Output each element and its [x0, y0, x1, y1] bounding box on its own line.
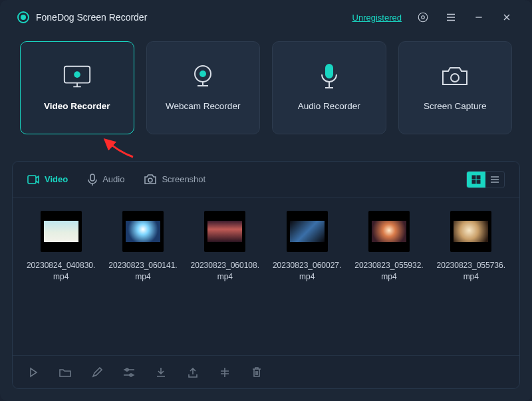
- svg-point-20: [148, 178, 152, 182]
- thumbnail: [122, 211, 164, 252]
- menu-icon[interactable]: [440, 7, 462, 28]
- svg-point-13: [200, 70, 206, 77]
- settings-sliders-button[interactable]: [122, 365, 136, 380]
- thumbnail: [450, 211, 491, 252]
- file-item[interactable]: 20230824_040830.mp4: [25, 211, 97, 351]
- play-button[interactable]: [26, 365, 41, 380]
- thumbnail: [41, 211, 82, 252]
- tab-label: Video: [45, 174, 68, 184]
- convert-button[interactable]: [217, 365, 232, 380]
- close-button[interactable]: [496, 7, 517, 28]
- registration-status-link[interactable]: Unregistered: [352, 13, 402, 23]
- file-item[interactable]: 20230823_060108.mp4: [189, 211, 261, 351]
- microphone-icon: [314, 65, 344, 88]
- mode-screen-capture[interactable]: Screen Capture: [398, 41, 513, 134]
- svg-rect-22: [477, 176, 480, 179]
- edit-button[interactable]: [90, 365, 104, 380]
- tab-label: Audio: [102, 174, 124, 184]
- svg-rect-14: [326, 65, 332, 78]
- mode-video-recorder[interactable]: Video Recorder: [20, 41, 134, 134]
- svg-point-1: [422, 16, 425, 19]
- mode-selector: Video Recorder Webcam Recorder Audio Rec…: [0, 35, 532, 137]
- mode-label: Webcam Recorder: [166, 101, 240, 111]
- webcam-icon: [188, 65, 218, 88]
- monitor-icon: [62, 65, 92, 88]
- svg-point-17: [451, 74, 459, 82]
- delete-button[interactable]: [249, 365, 264, 380]
- thumbnail: [204, 211, 245, 252]
- svg-rect-24: [477, 180, 480, 184]
- minimize-button[interactable]: [468, 7, 489, 28]
- svg-rect-18: [28, 176, 36, 184]
- svg-rect-23: [472, 180, 475, 184]
- pointer-arrow-icon: [98, 137, 136, 160]
- thumbnail: [287, 211, 328, 252]
- camera-icon: [440, 65, 470, 88]
- svg-rect-19: [90, 174, 94, 181]
- mode-audio-recorder[interactable]: Audio Recorder: [272, 41, 386, 134]
- open-folder-button[interactable]: [58, 365, 72, 380]
- tab-label: Screenshot: [162, 174, 205, 184]
- recording-history-panel: Video Audio Screenshot 20230824_040830.m…: [12, 161, 520, 389]
- app-title: FoneDog Screen Recorder: [36, 12, 147, 23]
- mode-label: Screen Capture: [424, 101, 487, 111]
- file-item[interactable]: 20230823_060027.mp4: [271, 211, 343, 351]
- view-list-button[interactable]: [485, 172, 504, 188]
- mode-label: Video Recorder: [44, 101, 110, 111]
- history-tab-screenshot[interactable]: Screenshot: [144, 174, 205, 184]
- file-item[interactable]: 20230823_055932.mp4: [352, 211, 425, 351]
- file-name: 20230824_040830.mp4: [25, 260, 97, 283]
- view-grid-button[interactable]: [467, 172, 485, 188]
- file-name: 20230823_060027.mp4: [271, 260, 343, 283]
- file-item[interactable]: 20230823_060141.mp4: [106, 211, 179, 351]
- mode-label: Audio Recorder: [298, 101, 360, 111]
- history-tabs: Video Audio Screenshot: [13, 162, 519, 198]
- file-name: 20230823_060108.mp4: [189, 260, 261, 283]
- download-button[interactable]: [154, 365, 168, 380]
- title-bar: FoneDog Screen Recorder Unregistered: [0, 0, 532, 35]
- share-button[interactable]: [186, 365, 200, 380]
- app-logo-icon: [17, 11, 29, 23]
- file-name: 20230823_060141.mp4: [106, 260, 179, 283]
- mode-webcam-recorder[interactable]: Webcam Recorder: [146, 41, 261, 134]
- view-toggle: [466, 171, 505, 188]
- file-name: 20230823_055932.mp4: [352, 260, 425, 283]
- history-tab-audio[interactable]: Audio: [88, 174, 124, 186]
- svg-point-11: [74, 71, 80, 78]
- thumbnail: [368, 211, 410, 252]
- svg-point-0: [418, 13, 428, 22]
- settings-gear-icon[interactable]: [412, 7, 434, 28]
- history-tab-video[interactable]: Video: [27, 174, 68, 184]
- file-name: 20230823_055736.mp4: [435, 260, 507, 283]
- svg-rect-21: [472, 176, 475, 179]
- file-toolbar: [13, 355, 519, 388]
- file-item[interactable]: 20230823_055736.mp4: [435, 211, 507, 351]
- file-grid: 20230824_040830.mp4 20230823_060141.mp4 …: [13, 198, 519, 355]
